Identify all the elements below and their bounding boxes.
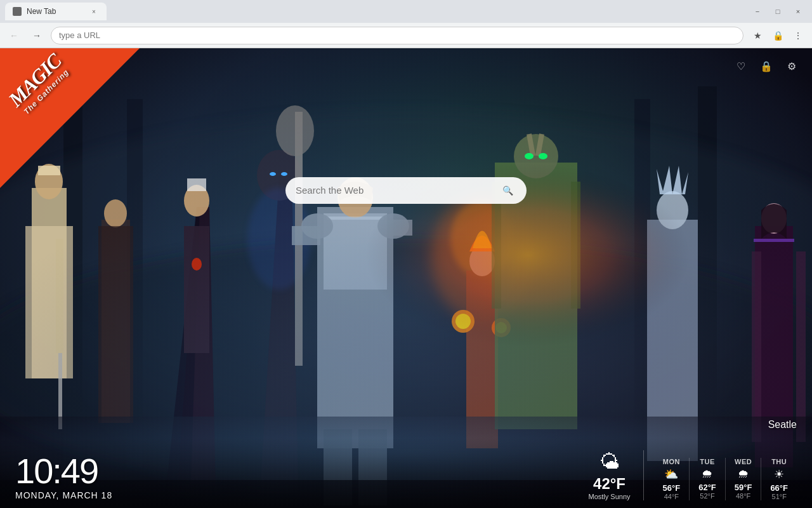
forecast-high-wed: 59°F: [735, 483, 752, 492]
clock-date: MONDAY, MARCH 18: [15, 490, 112, 500]
weather-section: 🌤 42°F Mostly Sunny MON ⛅ 56°F 44°F: [589, 450, 797, 500]
forecast-icon-wed: 🌧: [738, 467, 749, 481]
forecast-day-thu: THU ☀ 66°F 51°F: [761, 458, 797, 500]
search-button[interactable]: 🔍: [499, 182, 516, 199]
forecast-low-tue: 52°F: [700, 492, 714, 500]
forecast-temps-thu: 66°F 51°F: [770, 483, 788, 500]
weather-current-temp: 42°F: [593, 475, 625, 493]
window-controls: − □ ×: [749, 5, 807, 18]
url-bar[interactable]: [51, 27, 743, 44]
back-button[interactable]: ←: [5, 27, 23, 44]
forecast-icon-tue: 🌧: [702, 467, 713, 481]
forecast-temps-mon: 56°F 44°F: [663, 483, 681, 500]
tab-title: New Tab: [27, 7, 84, 16]
clock-time: 10:49: [15, 453, 112, 489]
forecast-high-thu: 66°F: [770, 483, 788, 493]
chrome-window: New Tab × − □ × ← → ★ 🔒 ⋮: [0, 0, 812, 508]
forecast-temps-tue: 62°F 52°F: [698, 483, 716, 500]
forecast-label-wed: WED: [735, 458, 752, 465]
weather-forecast: MON ⛅ 56°F 44°F TUE 🌧 62°F 52°F: [654, 458, 797, 500]
url-input[interactable]: [59, 30, 735, 40]
top-right-icons: ♡ 🔒 ⚙: [731, 56, 802, 76]
forecast-day-tue: TUE 🌧 62°F 52°F: [690, 458, 726, 500]
title-bar: New Tab × − □ ×: [0, 0, 812, 23]
tab-favicon: [13, 7, 22, 16]
weather-current-desc: Mostly Sunny: [589, 493, 631, 500]
close-button[interactable]: ×: [789, 5, 807, 18]
clock-section: 10:49 MONDAY, MARCH 18: [15, 453, 112, 500]
maximize-button[interactable]: □: [769, 5, 787, 18]
search-container: 🔍: [285, 177, 527, 204]
toolbar-right: ★ 🔒 ⋮: [749, 27, 807, 44]
address-bar: ← → ★ 🔒 ⋮: [0, 23, 812, 48]
settings-icon[interactable]: ⚙: [782, 56, 802, 76]
forecast-low-thu: 51°F: [772, 493, 787, 500]
forecast-icon-thu: ☀: [774, 467, 784, 481]
forecast-high-mon: 56°F: [663, 483, 681, 493]
forecast-label-mon: MON: [663, 458, 680, 465]
search-input[interactable]: [296, 185, 494, 196]
forecast-icon-mon: ⛅: [664, 467, 678, 481]
city-label: Seatle: [768, 419, 797, 431]
forecast-low-mon: 44°F: [664, 493, 679, 500]
bookmark-icon[interactable]: ★: [749, 27, 766, 44]
shield-lock-icon[interactable]: 🔒: [756, 56, 776, 76]
forecast-day-wed: WED 🌧 59°F 48°F: [726, 458, 762, 500]
tab-close-button[interactable]: ×: [89, 6, 99, 17]
forecast-label-tue: TUE: [700, 458, 715, 465]
forecast-day-mon: MON ⛅ 56°F 44°F: [654, 458, 690, 500]
forecast-temps-wed: 59°F 48°F: [735, 483, 752, 500]
forward-button[interactable]: →: [28, 27, 46, 44]
forecast-high-tue: 62°F: [698, 483, 716, 492]
weather-current: 🌤 42°F Mostly Sunny: [589, 450, 644, 500]
main-content: Magic The Gathering ♡ 🔒 ⚙ 🔍 Seatle 10:49…: [0, 48, 812, 508]
minimize-button[interactable]: −: [749, 5, 766, 18]
heart-icon[interactable]: ♡: [731, 56, 751, 76]
menu-icon[interactable]: ⋮: [789, 27, 807, 44]
browser-tab[interactable]: New Tab ×: [5, 3, 107, 20]
search-box: 🔍: [285, 177, 527, 204]
forecast-low-wed: 48°F: [736, 492, 750, 500]
forecast-label-thu: THU: [771, 458, 787, 465]
weather-current-icon: 🌤: [599, 450, 620, 474]
bottom-overlay: 10:49 MONDAY, MARCH 18 🌤 42°F Mostly Sun…: [0, 438, 812, 508]
lock-icon[interactable]: 🔒: [769, 27, 787, 44]
